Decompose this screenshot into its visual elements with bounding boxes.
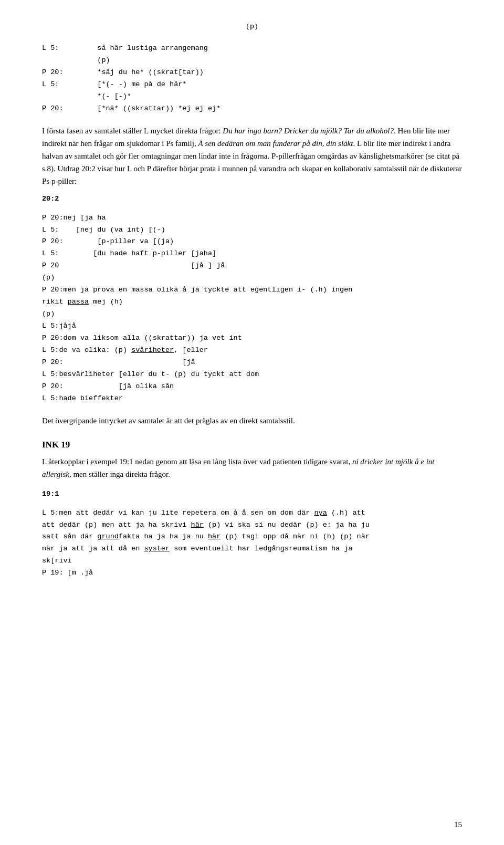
top-paren: (p) (42, 21, 462, 33)
prose-paragraph-1: I första fasen av samtalet ställer L myc… (42, 124, 462, 187)
prose-paragraph-2: Det övergripande intrycket av samtalet ä… (42, 414, 462, 427)
transcript-line: P 20:nej [ja ha L 5: [nej du (va int) [(… (42, 214, 352, 402)
transcript-line: L 5: så här lustiga arrangemang (p) P 20… (42, 44, 220, 112)
page-number: 15 (454, 820, 462, 829)
section-label-191: 19:1 (42, 490, 462, 498)
section-heading-ink19: INK 19 (42, 440, 462, 450)
transcript-line: L 5:men att dedär vi kan ju lite repeter… (42, 509, 370, 577)
prose-paragraph-3: L återkopplar i exempel 19:1 nedan genom… (42, 455, 462, 481)
section-label-202: 20:2 (42, 195, 462, 203)
transcript-191: L 5:men att dedär vi kan ju lite repeter… (42, 507, 462, 580)
page-content: (p) L 5: så här lustiga arrangemang (p) … (42, 21, 462, 579)
top-transcript: L 5: så här lustiga arrangemang (p) P 20… (42, 43, 462, 115)
transcript-202: P 20:nej [ja ha L 5: [nej du (va int) [(… (42, 212, 462, 405)
